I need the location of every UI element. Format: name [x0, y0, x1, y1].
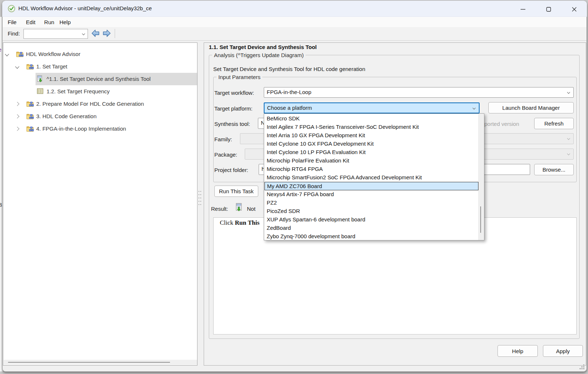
tree-item-label: 4. FPGA-in-the-Loop Implementation: [36, 126, 126, 132]
background-glyph-bottom: B: [0, 202, 2, 208]
refresh-button[interactable]: Refresh: [534, 118, 574, 129]
family-label: Family:: [214, 136, 232, 142]
tree-item-label: ^1.1. Set Target Device and Synthesis To…: [47, 76, 151, 82]
menu-edit[interactable]: Edit: [24, 18, 38, 26]
report-icon: [36, 87, 44, 96]
chevron-down-icon: [473, 106, 476, 109]
target-workflow-label: Target workflow:: [214, 90, 254, 96]
tree-item-label: HDL Workflow Advisor: [26, 51, 80, 57]
workflow-tree: HDL Workflow Advisor1. Set Target^1.1. S…: [3, 42, 197, 366]
title-bar: HDL Workflow Advisor - unitDelay_ce/unit…: [2, 1, 587, 17]
platform-option[interactable]: Nexys4 Artix-7 FPGA board: [265, 190, 478, 199]
window-title: HDL Workflow Advisor - unitDelay_ce/unit…: [18, 5, 152, 11]
result-label: Result:: [211, 206, 228, 212]
run-this-task-button[interactable]: Run This Task: [214, 186, 258, 197]
result-task-icon: [234, 203, 244, 212]
platform-option[interactable]: PZ2: [265, 199, 478, 207]
instruction-run-this: Run This: [235, 219, 259, 226]
close-button[interactable]: [566, 3, 583, 15]
tree-item-label: 3. HDL Code Generation: [36, 113, 97, 119]
maximize-icon: [546, 7, 551, 12]
platform-option[interactable]: Intel Cyclone 10 LP FPGA Evaluation Kit: [265, 148, 478, 157]
platform-option[interactable]: Intel Cyclone 10 GX FPGA Development Kit: [265, 140, 478, 148]
tree-item[interactable]: 2. Prepare Model For HDL Code Generation: [3, 98, 197, 110]
package-label: Package:: [214, 152, 237, 158]
find-toolbar: Find:: [3, 27, 587, 41]
target-platform-label: Target platform:: [214, 105, 252, 112]
task-icon: [36, 75, 44, 83]
maximize-button[interactable]: [540, 3, 557, 15]
find-label: Find:: [8, 30, 20, 37]
arrow-left-icon: [92, 30, 99, 37]
green-check-icon: [8, 5, 15, 12]
tree-item[interactable]: 1. Set Target: [3, 60, 197, 73]
task-heading: 1.1. Set Target Device and Synthesis Too…: [209, 44, 317, 50]
menu-file[interactable]: File: [5, 18, 19, 26]
tree-item[interactable]: ^1.1. Set Target Device and Synthesis To…: [3, 73, 197, 85]
target-workflow-select[interactable]: FPGA-in-the-Loop: [264, 87, 574, 98]
chevron-right-icon[interactable]: [15, 127, 19, 131]
chevron-down-icon: [567, 152, 570, 155]
chevron-right-icon[interactable]: [15, 114, 19, 118]
toolbar-separator: [115, 29, 115, 38]
dropdown-scrollbar[interactable]: [478, 114, 484, 240]
panel-splitter[interactable]: [197, 42, 204, 366]
task-instruction: Click Run This: [220, 219, 264, 228]
tree-horizontal-scrollbar[interactable]: [4, 360, 197, 365]
apply-button[interactable]: Apply: [543, 345, 583, 357]
tree-scrollbar-thumb[interactable]: [8, 362, 170, 363]
chevron-down-icon[interactable]: [82, 32, 85, 35]
chevron-down-icon[interactable]: [15, 64, 19, 68]
instruction-prefix: Click: [220, 219, 235, 226]
chevron-right-icon[interactable]: [15, 102, 19, 106]
platform-option[interactable]: BeMicro SDK: [265, 115, 478, 123]
platform-option[interactable]: ZedBoard: [265, 224, 478, 232]
platform-option[interactable]: Intel Arria 10 GX FPGA Development Kit: [265, 131, 478, 140]
tree-item[interactable]: 1.2. Set Target Frequency: [3, 85, 197, 98]
tree-item[interactable]: 3. HDL Code Generation: [3, 110, 197, 123]
platform-option[interactable]: Microchip RTG4 FPGA: [265, 165, 478, 173]
chevron-down-icon: [567, 91, 570, 94]
project-folder-label: Project folder:: [214, 167, 248, 173]
platform-dropdown-list: BeMicro SDKIntel Agilex 7 FPGA I-Series …: [264, 113, 484, 240]
close-icon: [572, 7, 577, 12]
arrow-right-icon: [103, 30, 110, 37]
workflow-folder-icon: [26, 100, 34, 108]
workflow-folder-icon: [26, 125, 34, 133]
minimize-button[interactable]: [514, 3, 531, 15]
platform-option[interactable]: Microchip PolarFire Evaluation Kit: [265, 157, 478, 165]
menu-help[interactable]: Help: [57, 18, 73, 26]
tree-item[interactable]: 4. FPGA-in-the-Loop Implementation: [3, 123, 197, 135]
result-value: Not: [247, 206, 255, 212]
platform-option[interactable]: Microchip SmartFusion2 SoC FPGA Advanced…: [265, 173, 478, 182]
dropdown-scrollbar-thumb[interactable]: [480, 206, 481, 233]
target-platform-value: Choose a platform: [267, 105, 312, 111]
launch-board-manager-button[interactable]: Launch Board Manager: [488, 102, 574, 113]
help-button[interactable]: Help: [498, 345, 538, 357]
menu-bar: FileEditRunHelp: [3, 17, 587, 27]
platform-option[interactable]: PicoZed SDR: [265, 207, 478, 216]
tree-item-label: 1. Set Target: [36, 63, 67, 70]
tree-item-label: 2. Prepare Model For HDL Code Generation: [36, 101, 144, 107]
chevron-down-icon[interactable]: [5, 52, 9, 56]
target-workflow-value: FPGA-in-the-Loop: [267, 89, 311, 95]
menu-run[interactable]: Run: [42, 18, 57, 26]
task-description: Set Target Device and Synthesis Tool for…: [213, 66, 365, 72]
find-previous-button[interactable]: [91, 29, 100, 38]
platform-option[interactable]: My AMD ZC706 Board: [265, 182, 478, 190]
workflow-folder-icon: [16, 50, 24, 58]
chevron-down-icon: [567, 137, 570, 140]
tree-item[interactable]: HDL Workflow Advisor: [3, 48, 197, 60]
find-input[interactable]: [23, 29, 88, 39]
target-platform-select[interactable]: Choose a platform: [264, 102, 480, 113]
find-next-button[interactable]: [102, 29, 111, 38]
input-parameters-label: Input Parameters: [217, 74, 262, 80]
platform-option[interactable]: XUP Atlys Spartan-6 development board: [265, 216, 478, 224]
browse-button[interactable]: Browse...: [534, 164, 574, 175]
workflow-folder-icon: [26, 112, 34, 120]
platform-option[interactable]: Zybo Zynq-7000 development board: [265, 232, 478, 241]
minimize-icon: [521, 7, 525, 12]
platform-option[interactable]: Intel Agilex 7 FPGA I-Series Transceiver…: [265, 123, 478, 131]
synthesis-tool-label: Synthesis tool:: [214, 121, 250, 127]
background-glyph-top: e: [0, 47, 1, 53]
